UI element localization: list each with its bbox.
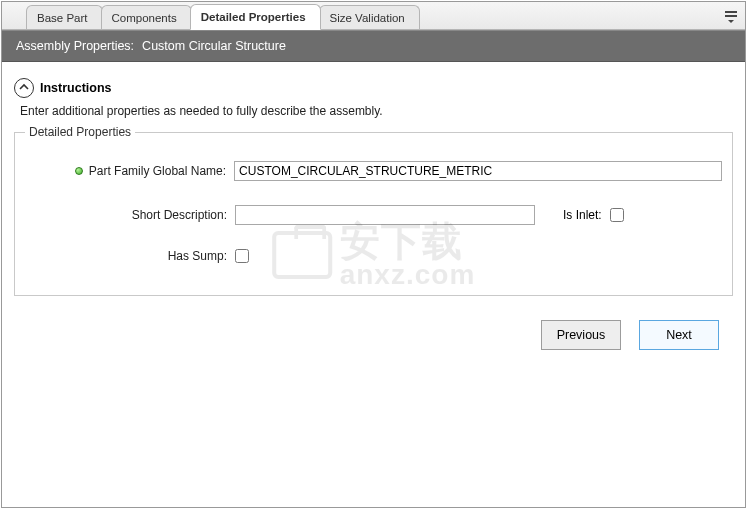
detailed-properties-group: Detailed Properties Part Family Global N… bbox=[14, 132, 733, 296]
is-inlet-label: Is Inlet: bbox=[563, 208, 602, 222]
tab-strip: Base Part Components Detailed Properties… bbox=[2, 2, 745, 30]
previous-button[interactable]: Previous bbox=[541, 320, 621, 350]
part-family-input[interactable] bbox=[234, 161, 722, 181]
row-part-family: Part Family Global Name: bbox=[25, 161, 722, 181]
next-button[interactable]: Next bbox=[639, 320, 719, 350]
group-legend: Detailed Properties bbox=[25, 125, 135, 139]
part-family-label: Part Family Global Name: bbox=[89, 164, 226, 178]
svg-rect-0 bbox=[725, 11, 737, 13]
short-description-label: Short Description: bbox=[132, 208, 227, 222]
instructions-header: Instructions bbox=[14, 78, 733, 98]
required-indicator-icon bbox=[75, 167, 83, 175]
instructions-text: Enter additional properties as needed to… bbox=[20, 104, 731, 118]
has-sump-checkbox[interactable] bbox=[235, 249, 249, 263]
short-description-input[interactable] bbox=[235, 205, 535, 225]
is-inlet-checkbox[interactable] bbox=[610, 208, 624, 222]
row-short-description: Short Description: Is Inlet: bbox=[25, 205, 722, 225]
row-has-sump: Has Sump: bbox=[25, 249, 722, 263]
overflow-menu-icon[interactable] bbox=[723, 8, 739, 24]
tab-detailed-properties[interactable]: Detailed Properties bbox=[190, 4, 321, 30]
assembly-header: Assembly Properties: Custom Circular Str… bbox=[2, 30, 745, 62]
assembly-header-prefix: Assembly Properties: bbox=[16, 39, 134, 53]
window-frame: Base Part Components Detailed Properties… bbox=[1, 1, 746, 508]
content-area: Instructions Enter additional properties… bbox=[2, 62, 745, 358]
tab-size-validation[interactable]: Size Validation bbox=[319, 5, 420, 29]
assembly-header-name: Custom Circular Structure bbox=[142, 39, 286, 53]
wizard-button-row: Previous Next bbox=[10, 300, 737, 350]
tab-base-part[interactable]: Base Part bbox=[26, 5, 103, 29]
instructions-title: Instructions bbox=[40, 81, 112, 95]
svg-rect-1 bbox=[725, 15, 737, 17]
collapse-toggle-icon[interactable] bbox=[14, 78, 34, 98]
tab-components[interactable]: Components bbox=[101, 5, 192, 29]
has-sump-label: Has Sump: bbox=[168, 249, 227, 263]
svg-marker-2 bbox=[728, 20, 734, 23]
